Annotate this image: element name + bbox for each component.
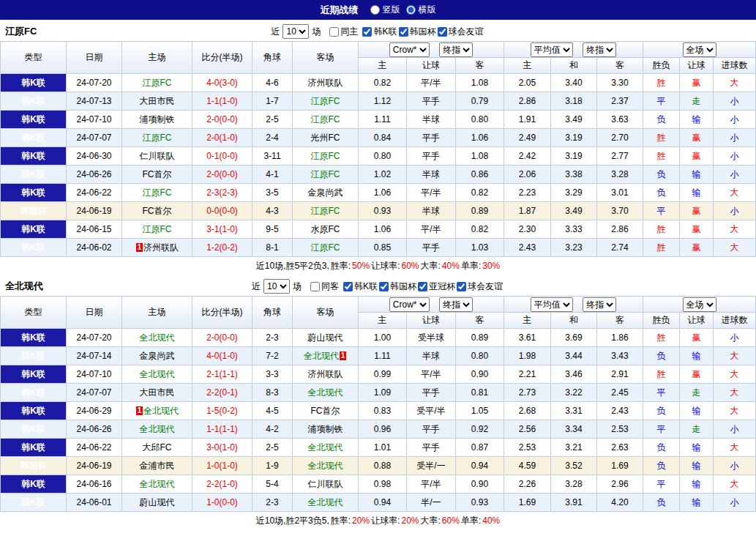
vertical-layout-label: 竖版 <box>383 4 400 16</box>
summary-line: 近10场,胜2平3负5, 胜率:20% 让球率:20% 大率:60% 单率:40… <box>0 512 756 529</box>
col-eu-away: 客 <box>597 313 643 329</box>
same-venue-option[interactable]: 同主 <box>329 26 358 38</box>
league-filter-option[interactable]: 韩K联 <box>362 26 397 38</box>
league-type-cell: 韩K联 <box>1 74 67 92</box>
away-team-cell: 全北现代 <box>293 494 359 512</box>
euro-time-select[interactable]: 终指 <box>583 42 616 57</box>
league-filter-option[interactable]: 亚冠杯 <box>418 280 455 293</box>
league-checkbox[interactable] <box>362 27 372 37</box>
layout-option-horizontal[interactable]: 横版 <box>406 4 436 16</box>
euro-time-select[interactable]: 终指 <box>583 297 616 312</box>
handicap-odds-cell: 0.87 <box>456 439 504 457</box>
col-result: 胜负 <box>643 58 680 74</box>
euro-odds-cell: 2.63 <box>597 439 643 457</box>
euro-odds-cell: 3.49 <box>551 202 597 220</box>
league-filter-option[interactable]: 韩国杯 <box>399 26 436 38</box>
euro-odds-cell: 3.19 <box>551 129 597 147</box>
league-checkbox[interactable] <box>418 282 427 291</box>
euro-source-select[interactable]: 平均值 <box>531 297 573 312</box>
league-filter-option[interactable]: 韩K联 <box>343 280 378 293</box>
euro-source-select[interactable]: 平均值 <box>531 42 573 57</box>
euro-odds-cell: 1.69 <box>504 494 551 512</box>
team-name-text: 济州联队 <box>308 369 343 379</box>
euro-odds-cell: 3.28 <box>551 475 597 494</box>
league-checkbox[interactable] <box>379 282 389 291</box>
league-checkbox[interactable] <box>399 27 408 37</box>
recent-count-select[interactable]: 10 <box>263 279 290 294</box>
handicap-odds-cell: 0.85 <box>359 239 407 257</box>
recent-count-select[interactable]: 10 <box>282 24 309 39</box>
team-section-1: 江原FC 近 10 场 同主 韩K联韩国杯球会友谊 类型 日期 主场 比分(半场… <box>0 22 756 275</box>
result-cell: 走 <box>680 384 714 402</box>
handicap-odds-cell: 0.93 <box>359 202 407 220</box>
handicap-odds-cell: 0.99 <box>359 365 407 384</box>
same-venue-checkbox[interactable] <box>329 27 339 37</box>
result-cell: 负 <box>643 184 680 202</box>
score-cell: 2-0(1-0) <box>192 129 252 147</box>
topbar: 近期战绩 竖版 横版 <box>0 0 756 20</box>
handicap-odds-cell: 0.84 <box>359 129 407 147</box>
euro-odds-cell: 3.40 <box>551 74 597 92</box>
handicap-time-select[interactable]: 终指 <box>439 297 473 312</box>
col-handicap-result: 让球 <box>680 58 714 74</box>
handicap-odds-cell: 平手 <box>407 92 456 111</box>
handicap-odds-cell: 0.94 <box>456 457 504 475</box>
league-filter-option[interactable]: 球会友谊 <box>457 280 503 293</box>
result-group-header: 全场 <box>643 42 756 58</box>
league-filter-option[interactable]: 韩国杯 <box>379 280 416 293</box>
summary-stat-label: 胜率: <box>331 515 351 527</box>
league-type-cell: 韩K联 <box>1 184 67 202</box>
handicap-odds-cell: 半球 <box>407 165 456 184</box>
score-cell: 2-2(0-1) <box>192 384 252 402</box>
euro-odds-cell: 1.98 <box>504 347 551 365</box>
corner-cell: 4-1 <box>252 165 293 184</box>
layout-option-vertical[interactable]: 竖版 <box>370 4 400 16</box>
match-date-cell: 24-06-02 <box>67 239 122 257</box>
handicap-odds-cell: 0.80 <box>456 111 504 129</box>
col-home: 主场 <box>122 42 192 74</box>
handicap-odds-cell: 0.96 <box>359 420 407 439</box>
handicap-odds-cell: 0.93 <box>456 494 504 512</box>
same-venue-label: 同主 <box>340 26 358 38</box>
scope-select[interactable]: 全场 <box>683 297 716 312</box>
bookmaker-select[interactable]: Crow* <box>389 42 430 57</box>
result-cell: 大 <box>714 365 756 384</box>
handicap-time-select[interactable]: 终指 <box>439 42 473 57</box>
result-cell: 赢 <box>680 239 714 257</box>
result-cell: 输 <box>680 439 714 457</box>
col-eu-home: 主 <box>504 58 551 74</box>
result-cell: 平 <box>643 202 680 220</box>
corner-cell: 3-11 <box>252 147 293 165</box>
vertical-layout-radio[interactable] <box>370 5 380 15</box>
euro-odds-group-header: 平均值 终指 <box>504 42 643 58</box>
away-team-cell: 江原FC <box>293 111 359 129</box>
away-team-cell: 江原FC <box>293 165 359 184</box>
horizontal-layout-radio[interactable] <box>406 5 416 15</box>
match-row: 韩K联24-07-10全北现代2-1(1-1)3-3济州联队0.99平/半0.9… <box>1 365 756 384</box>
result-cell: 小 <box>714 165 756 184</box>
same-venue-option[interactable]: 同客 <box>310 280 339 293</box>
col-away: 客场 <box>293 42 359 74</box>
league-checkbox[interactable] <box>343 282 353 291</box>
away-team-cell: 光州FC <box>293 129 359 147</box>
scope-select[interactable]: 全场 <box>683 42 716 57</box>
euro-odds-cell: 2.96 <box>597 475 643 494</box>
same-venue-checkbox[interactable] <box>310 282 320 291</box>
team-name-text: 济州联队 <box>143 242 179 253</box>
col-ah-away: 客 <box>456 313 504 329</box>
league-filter-option[interactable]: 球会友谊 <box>438 26 484 38</box>
match-date-cell: 24-07-14 <box>67 347 122 365</box>
euro-odds-cell: 2.73 <box>504 384 551 402</box>
league-checkbox[interactable] <box>438 27 447 37</box>
home-team-cell: 金浦市民 <box>122 457 192 475</box>
team-name: 江原FC <box>5 22 37 41</box>
bookmaker-select[interactable]: Crow* <box>389 297 430 312</box>
score-cell: 1-2(0-2) <box>192 239 252 257</box>
score-cell: 2-2(1-0) <box>192 475 252 494</box>
col-score: 比分(半场) <box>192 297 252 329</box>
summary-stat-label: 单率: <box>461 515 481 527</box>
corner-cell: 8-1 <box>252 239 293 257</box>
home-team-cell: 1济州联队 <box>122 239 192 257</box>
handicap-odds-cell: 平/半 <box>407 220 456 239</box>
league-checkbox[interactable] <box>457 282 466 291</box>
